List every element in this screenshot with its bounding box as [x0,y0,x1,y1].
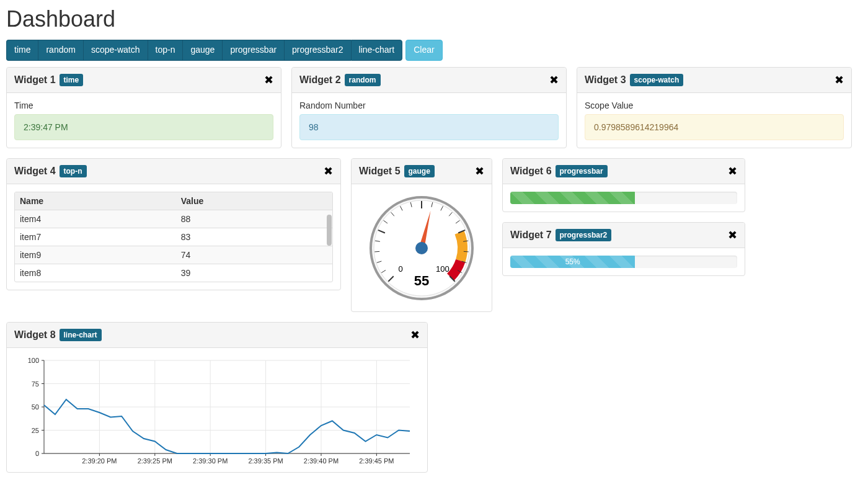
progress-track: 55% [510,256,737,268]
widget-time: Widget 1 time ✖ Time 2:39:47 PM [6,67,281,148]
widget-header[interactable]: Widget 7 progressbar2 ✖ [503,223,745,248]
svg-text:2:39:30 PM: 2:39:30 PM [193,457,228,465]
widget-scope-watch: Widget 3 scope-watch ✖ Scope Value 0.979… [577,67,852,148]
svg-text:2:39:45 PM: 2:39:45 PM [359,457,394,465]
close-icon[interactable]: ✖ [549,73,559,87]
svg-text:0: 0 [398,264,402,274]
cell-name: item7 [15,228,176,246]
top-n-table: Name Value item488item783item974item839 [15,192,332,282]
svg-text:55: 55 [414,273,429,288]
widget-toolbar: timerandomscope-watchtop-ngaugeprogressb… [6,40,862,61]
progress-fill [510,192,635,204]
cell-value: 88 [176,210,332,228]
svg-text:2:39:40 PM: 2:39:40 PM [304,457,339,465]
table-row: item974 [15,246,332,264]
close-icon[interactable]: ✖ [835,73,844,87]
close-icon[interactable]: ✖ [728,228,737,242]
widget-header[interactable]: Widget 4 top-n ✖ [7,159,340,184]
cell-value: 74 [176,246,332,264]
close-icon[interactable]: ✖ [728,164,737,178]
add-widget-button-progressbar2[interactable]: progressbar2 [284,40,351,61]
close-icon[interactable]: ✖ [475,164,484,178]
widget-title: Widget 2 [299,74,341,86]
widget-badge: line-chart [60,329,102,341]
widget-progressbar: Widget 6 progressbar ✖ [502,158,745,212]
close-icon[interactable]: ✖ [264,73,273,87]
widgets-container: Widget 1 time ✖ Time 2:39:47 PM Widget 2… [6,67,862,473]
widget-title: Widget 1 [14,74,56,86]
svg-text:100: 100 [436,264,450,274]
field-label: Random Number [299,100,559,110]
svg-point-26 [415,242,428,254]
widget-random: Widget 2 random ✖ Random Number 98 [291,67,567,148]
widget-badge: random [345,74,381,86]
column-header-value[interactable]: Value [176,192,332,210]
widget-button-group: timerandomscope-watchtop-ngaugeprogressb… [6,40,402,61]
table-row: item783 [15,228,332,246]
widget-title: Widget 6 [510,166,552,177]
widget-badge: gauge [404,165,435,177]
close-icon[interactable]: ✖ [410,328,420,342]
widget-title: Widget 4 [14,166,56,177]
field-label: Scope Value [585,100,844,110]
widget-badge: time [60,74,84,86]
svg-text:2:39:35 PM: 2:39:35 PM [248,457,283,465]
svg-text:75: 75 [32,380,39,387]
add-widget-button-gauge[interactable]: gauge [182,40,222,61]
widget-top-n: Widget 4 top-n ✖ Name Value item488item7… [6,158,341,290]
gauge-display: 010055 [352,184,492,311]
widget-progressbar2: Widget 7 progressbar2 ✖ 55% [502,222,745,276]
scrollbar[interactable] [327,215,332,246]
svg-text:2:39:25 PM: 2:39:25 PM [138,457,172,465]
widget-badge: scope-watch [630,74,684,86]
add-widget-button-progressbar[interactable]: progressbar [222,40,284,61]
svg-text:2:39:20 PM: 2:39:20 PM [82,457,117,465]
line-chart-display: 02550751002:39:20 PM2:39:25 PM2:39:30 PM… [7,348,427,472]
table-row: item839 [15,264,332,282]
cell-name: item9 [15,246,176,264]
widget-header[interactable]: Widget 2 random ✖ [292,68,566,93]
svg-text:100: 100 [28,357,39,364]
widget-header[interactable]: Widget 6 progressbar ✖ [503,159,745,184]
widget-header[interactable]: Widget 5 gauge ✖ [352,159,492,184]
widget-header[interactable]: Widget 3 scope-watch ✖ [577,68,851,93]
cell-value: 83 [176,228,332,246]
widget-header[interactable]: Widget 1 time ✖ [7,68,281,93]
cell-name: item4 [15,210,176,228]
close-icon[interactable]: ✖ [324,164,333,178]
widget-badge: progressbar [556,165,608,177]
svg-line-19 [464,251,469,252]
add-widget-button-top-n[interactable]: top-n [148,40,183,61]
add-widget-button-random[interactable]: random [38,40,82,61]
page-title: Dashboard [6,6,862,32]
add-widget-button-time[interactable]: time [6,40,38,61]
svg-text:0: 0 [35,450,39,457]
widget-badge: progressbar2 [556,229,612,241]
table-row: item488 [15,210,332,228]
svg-line-5 [374,251,379,252]
progress-track [510,192,737,204]
progress-fill: 55% [510,256,635,268]
cell-name: item8 [15,264,176,282]
widget-badge: top-n [60,165,87,177]
svg-text:25: 25 [32,426,39,434]
widget-header[interactable]: Widget 8 line-chart ✖ [7,323,427,348]
add-widget-button-scope-watch[interactable]: scope-watch [83,40,148,61]
scope-value: 0.9798589614219964 [585,114,844,140]
widget-gauge: Widget 5 gauge ✖ 010055 [351,158,492,312]
widget-title: Widget 8 [14,329,56,341]
field-label: Time [14,100,273,110]
widget-title: Widget 3 [585,74,626,86]
widget-title: Widget 5 [359,166,401,177]
column-header-name[interactable]: Name [15,192,176,210]
clear-button[interactable]: Clear [405,40,442,61]
random-value: 98 [299,114,559,140]
add-widget-button-line-chart[interactable]: line-chart [351,40,403,61]
cell-value: 39 [176,264,332,282]
svg-text:50: 50 [32,403,39,411]
widget-title: Widget 7 [510,230,552,241]
time-value: 2:39:47 PM [14,114,273,140]
widget-line-chart: Widget 8 line-chart ✖ 02550751002:39:20 … [6,322,428,473]
